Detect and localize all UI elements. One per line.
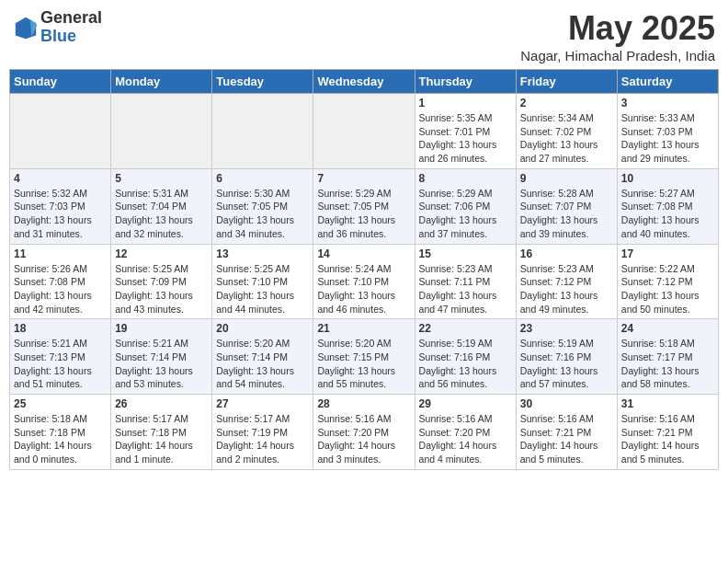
- calendar-cell: 13Sunrise: 5:25 AM Sunset: 7:10 PM Dayli…: [212, 244, 313, 319]
- location-text: Nagar, Himachal Pradesh, India: [520, 48, 715, 63]
- calendar-week-row: 11Sunrise: 5:26 AM Sunset: 7:08 PM Dayli…: [10, 244, 719, 319]
- day-number: 25: [14, 397, 107, 410]
- calendar-cell: [313, 94, 415, 169]
- weekday-header-row: SundayMondayTuesdayWednesdayThursdayFrid…: [10, 70, 719, 94]
- day-number: 29: [419, 397, 512, 410]
- calendar-week-row: 18Sunrise: 5:21 AM Sunset: 7:13 PM Dayli…: [10, 319, 719, 395]
- day-info: Sunrise: 5:18 AM Sunset: 7:18 PM Dayligh…: [14, 412, 107, 466]
- calendar-cell: 25Sunrise: 5:18 AM Sunset: 7:18 PM Dayli…: [10, 395, 111, 470]
- calendar-cell: 17Sunrise: 5:22 AM Sunset: 7:12 PM Dayli…: [617, 244, 718, 319]
- day-number: 30: [520, 397, 613, 410]
- calendar-cell: 14Sunrise: 5:24 AM Sunset: 7:10 PM Dayli…: [313, 244, 415, 319]
- weekday-header-thursday: Thursday: [415, 70, 516, 94]
- calendar-cell: 7Sunrise: 5:29 AM Sunset: 7:05 PM Daylig…: [313, 168, 415, 244]
- day-info: Sunrise: 5:29 AM Sunset: 7:06 PM Dayligh…: [419, 187, 512, 241]
- calendar-cell: 8Sunrise: 5:29 AM Sunset: 7:06 PM Daylig…: [415, 168, 516, 244]
- day-number: 5: [115, 172, 208, 185]
- day-info: Sunrise: 5:16 AM Sunset: 7:20 PM Dayligh…: [419, 412, 512, 466]
- calendar-cell: 11Sunrise: 5:26 AM Sunset: 7:08 PM Dayli…: [10, 244, 111, 319]
- calendar-cell: 5Sunrise: 5:31 AM Sunset: 7:04 PM Daylig…: [111, 168, 212, 244]
- day-number: 2: [520, 97, 613, 109]
- day-number: 13: [216, 247, 309, 260]
- calendar-cell: 2Sunrise: 5:34 AM Sunset: 7:02 PM Daylig…: [516, 94, 617, 169]
- calendar-cell: 16Sunrise: 5:23 AM Sunset: 7:12 PM Dayli…: [516, 244, 617, 319]
- calendar-cell: 22Sunrise: 5:19 AM Sunset: 7:16 PM Dayli…: [415, 319, 516, 395]
- logo: General Blue: [13, 9, 102, 46]
- page-header: General Blue May 2025 Nagar, Himachal Pr…: [9, 9, 719, 63]
- day-number: 27: [216, 397, 309, 410]
- day-number: 3: [621, 97, 714, 109]
- day-number: 19: [115, 322, 208, 335]
- calendar-cell: 29Sunrise: 5:16 AM Sunset: 7:20 PM Dayli…: [415, 395, 516, 470]
- calendar-cell: 12Sunrise: 5:25 AM Sunset: 7:09 PM Dayli…: [111, 244, 212, 319]
- day-info: Sunrise: 5:16 AM Sunset: 7:21 PM Dayligh…: [520, 412, 613, 466]
- day-info: Sunrise: 5:17 AM Sunset: 7:18 PM Dayligh…: [115, 412, 208, 466]
- calendar-table: SundayMondayTuesdayWednesdayThursdayFrid…: [9, 69, 719, 470]
- day-info: Sunrise: 5:31 AM Sunset: 7:04 PM Dayligh…: [115, 187, 208, 241]
- day-info: Sunrise: 5:22 AM Sunset: 7:12 PM Dayligh…: [621, 262, 714, 316]
- day-info: Sunrise: 5:21 AM Sunset: 7:14 PM Dayligh…: [115, 337, 208, 391]
- calendar-cell: 9Sunrise: 5:28 AM Sunset: 7:07 PM Daylig…: [516, 168, 617, 244]
- day-number: 7: [317, 172, 410, 185]
- day-number: 12: [115, 247, 208, 260]
- day-info: Sunrise: 5:20 AM Sunset: 7:15 PM Dayligh…: [317, 337, 410, 391]
- day-info: Sunrise: 5:23 AM Sunset: 7:12 PM Dayligh…: [520, 262, 613, 316]
- day-number: 11: [14, 247, 107, 260]
- weekday-header-monday: Monday: [111, 70, 212, 94]
- calendar-cell: [212, 94, 313, 169]
- calendar-cell: 18Sunrise: 5:21 AM Sunset: 7:13 PM Dayli…: [10, 319, 111, 395]
- calendar-cell: 31Sunrise: 5:16 AM Sunset: 7:21 PM Dayli…: [617, 395, 718, 470]
- title-block: May 2025 Nagar, Himachal Pradesh, India: [520, 9, 715, 63]
- day-info: Sunrise: 5:19 AM Sunset: 7:16 PM Dayligh…: [520, 337, 613, 391]
- day-info: Sunrise: 5:26 AM Sunset: 7:08 PM Dayligh…: [14, 262, 107, 316]
- day-info: Sunrise: 5:30 AM Sunset: 7:05 PM Dayligh…: [216, 187, 309, 241]
- day-number: 6: [216, 172, 309, 185]
- day-number: 4: [14, 172, 107, 185]
- calendar-cell: 20Sunrise: 5:20 AM Sunset: 7:14 PM Dayli…: [212, 319, 313, 395]
- day-info: Sunrise: 5:24 AM Sunset: 7:10 PM Dayligh…: [317, 262, 410, 316]
- day-info: Sunrise: 5:28 AM Sunset: 7:07 PM Dayligh…: [520, 187, 613, 241]
- weekday-header-friday: Friday: [516, 70, 617, 94]
- calendar-week-row: 4Sunrise: 5:32 AM Sunset: 7:03 PM Daylig…: [10, 168, 719, 244]
- calendar-cell: 24Sunrise: 5:18 AM Sunset: 7:17 PM Dayli…: [617, 319, 718, 395]
- day-info: Sunrise: 5:16 AM Sunset: 7:21 PM Dayligh…: [621, 412, 714, 466]
- day-info: Sunrise: 5:23 AM Sunset: 7:11 PM Dayligh…: [419, 262, 512, 316]
- calendar-cell: 27Sunrise: 5:17 AM Sunset: 7:19 PM Dayli…: [212, 395, 313, 470]
- day-info: Sunrise: 5:16 AM Sunset: 7:20 PM Dayligh…: [317, 412, 410, 466]
- calendar-cell: 30Sunrise: 5:16 AM Sunset: 7:21 PM Dayli…: [516, 395, 617, 470]
- day-number: 28: [317, 397, 410, 410]
- day-info: Sunrise: 5:19 AM Sunset: 7:16 PM Dayligh…: [419, 337, 512, 391]
- month-title: May 2025: [520, 9, 715, 48]
- logo-general-text: General: [40, 9, 102, 28]
- day-number: 8: [419, 172, 512, 185]
- day-info: Sunrise: 5:33 AM Sunset: 7:03 PM Dayligh…: [621, 111, 714, 166]
- logo-icon: [13, 15, 39, 40]
- calendar-cell: [111, 94, 212, 169]
- day-info: Sunrise: 5:25 AM Sunset: 7:10 PM Dayligh…: [216, 262, 309, 316]
- day-number: 22: [419, 322, 512, 335]
- calendar-cell: 26Sunrise: 5:17 AM Sunset: 7:18 PM Dayli…: [111, 395, 212, 470]
- weekday-header-saturday: Saturday: [617, 70, 718, 94]
- calendar-cell: 4Sunrise: 5:32 AM Sunset: 7:03 PM Daylig…: [10, 168, 111, 244]
- day-number: 10: [621, 172, 714, 185]
- calendar-cell: 6Sunrise: 5:30 AM Sunset: 7:05 PM Daylig…: [212, 168, 313, 244]
- day-info: Sunrise: 5:25 AM Sunset: 7:09 PM Dayligh…: [115, 262, 208, 316]
- calendar-cell: 15Sunrise: 5:23 AM Sunset: 7:11 PM Dayli…: [415, 244, 516, 319]
- day-info: Sunrise: 5:35 AM Sunset: 7:01 PM Dayligh…: [419, 111, 512, 166]
- weekday-header-tuesday: Tuesday: [212, 70, 313, 94]
- weekday-header-sunday: Sunday: [10, 70, 111, 94]
- day-number: 14: [317, 247, 410, 260]
- calendar-cell: 10Sunrise: 5:27 AM Sunset: 7:08 PM Dayli…: [617, 168, 718, 244]
- day-info: Sunrise: 5:34 AM Sunset: 7:02 PM Dayligh…: [520, 111, 613, 166]
- calendar-cell: 21Sunrise: 5:20 AM Sunset: 7:15 PM Dayli…: [313, 319, 415, 395]
- day-number: 21: [317, 322, 410, 335]
- logo-blue-text: Blue: [40, 28, 102, 46]
- calendar-week-row: 25Sunrise: 5:18 AM Sunset: 7:18 PM Dayli…: [10, 395, 719, 470]
- day-info: Sunrise: 5:17 AM Sunset: 7:19 PM Dayligh…: [216, 412, 309, 466]
- calendar-cell: 1Sunrise: 5:35 AM Sunset: 7:01 PM Daylig…: [415, 94, 516, 169]
- day-number: 18: [14, 322, 107, 335]
- calendar-cell: 28Sunrise: 5:16 AM Sunset: 7:20 PM Dayli…: [313, 395, 415, 470]
- calendar-cell: [10, 94, 111, 169]
- day-info: Sunrise: 5:18 AM Sunset: 7:17 PM Dayligh…: [621, 337, 714, 391]
- calendar-week-row: 1Sunrise: 5:35 AM Sunset: 7:01 PM Daylig…: [10, 94, 719, 169]
